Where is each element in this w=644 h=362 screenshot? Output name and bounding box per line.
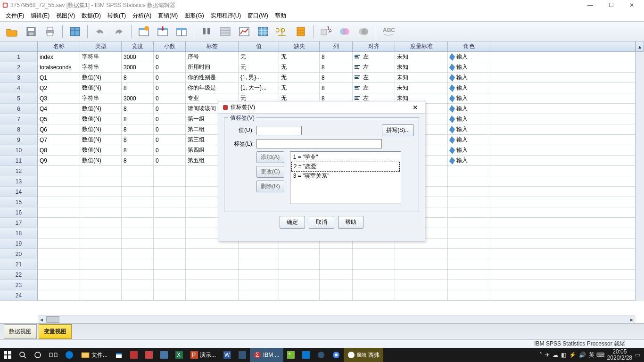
menu-视图(V)[interactable]: 视图(V) (53, 11, 78, 21)
undo-icon[interactable] (92, 24, 107, 39)
print-icon[interactable] (42, 24, 58, 39)
svg-rect-3 (28, 28, 34, 31)
menu-帮助[interactable]: 帮助 (272, 11, 289, 21)
svg-rect-6 (47, 27, 53, 30)
chart-icon[interactable] (237, 24, 252, 39)
svg-rect-21 (207, 28, 210, 34)
find-icon[interactable] (199, 24, 214, 39)
app-icon (2, 2, 8, 8)
window-title: 37579568_72_55.sav [数据集1] - IBM SPSS Sta… (10, 1, 175, 9)
menu-图形(G)[interactable]: 图形(G) (182, 11, 206, 21)
close-button[interactable]: ✕ (621, 0, 642, 10)
grid4-icon[interactable] (218, 24, 233, 39)
scale-icon[interactable] (274, 24, 289, 39)
toolbar: 1A ABC (0, 22, 644, 41)
abc-icon[interactable]: ABC (381, 24, 396, 39)
menu-窗口(W)[interactable]: 窗口(W) (245, 11, 271, 21)
menu-编辑(E)[interactable]: 编辑(E) (28, 11, 52, 21)
title-bar: 37579568_72_55.sav [数据集1] - IBM SPSS Sta… (0, 0, 644, 10)
save-icon[interactable] (24, 24, 39, 39)
svg-rect-7 (47, 33, 53, 36)
menu-分析(A)[interactable]: 分析(A) (130, 11, 154, 21)
svg-rect-19 (177, 28, 186, 30)
maximize-button[interactable]: ☐ (601, 0, 621, 10)
menu-转换(T)[interactable]: 转换(T) (105, 11, 129, 21)
grid6-icon[interactable] (293, 24, 308, 39)
sets-icon[interactable]: 1A (318, 24, 333, 39)
data-icon[interactable] (67, 24, 83, 39)
svg-rect-22 (221, 27, 230, 36)
svg-rect-34 (321, 29, 327, 35)
svg-text:A: A (329, 28, 331, 34)
venn2-icon[interactable] (356, 24, 371, 39)
grid1-icon[interactable] (136, 24, 151, 39)
svg-text:ABC: ABC (383, 27, 395, 33)
grid5-icon[interactable] (256, 24, 271, 39)
svg-rect-1 (4, 4, 7, 7)
menu-bar: 文件(F)编辑(E)视图(V)数据(D)转换(T)分析(A)直销(M)图形(G)… (0, 10, 644, 22)
menu-文件(F)[interactable]: 文件(F) (3, 11, 27, 21)
svg-rect-26 (258, 27, 268, 36)
svg-rect-4 (29, 33, 33, 35)
grid2-icon[interactable] (155, 24, 170, 39)
venn1-icon[interactable] (337, 24, 352, 39)
menu-实用程序(U)[interactable]: 实用程序(U) (208, 11, 244, 21)
minimize-button[interactable]: — (580, 0, 601, 10)
svg-rect-31 (297, 27, 305, 36)
redo-icon[interactable] (111, 24, 126, 39)
svg-rect-20 (203, 28, 206, 34)
svg-point-38 (343, 28, 349, 35)
menu-数据(D)[interactable]: 数据(D) (79, 11, 104, 21)
open-icon[interactable] (5, 24, 20, 39)
grid3-icon[interactable] (174, 24, 189, 39)
menu-直销(M)[interactable]: 直销(M) (155, 11, 181, 21)
svg-point-40 (362, 28, 368, 35)
